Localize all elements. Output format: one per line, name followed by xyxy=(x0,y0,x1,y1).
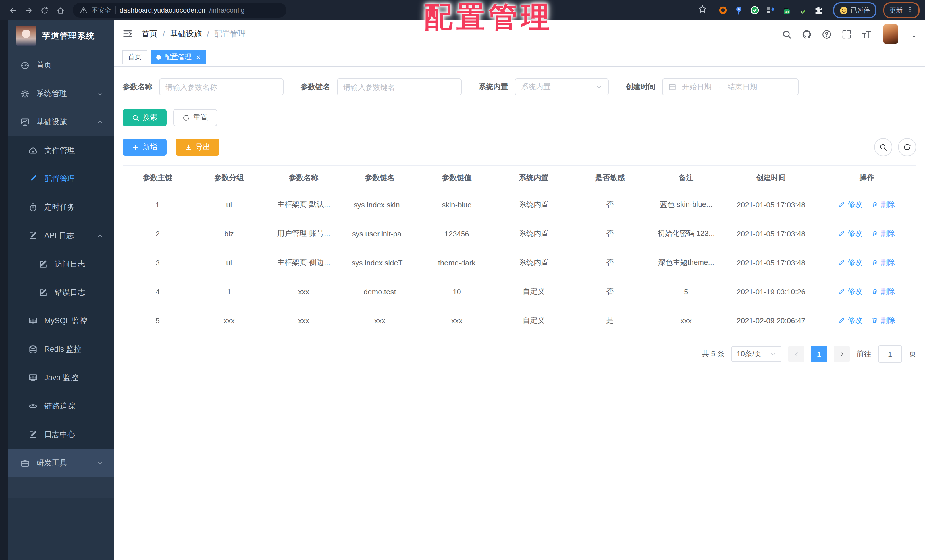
tab-item[interactable]: 首页 xyxy=(122,50,147,64)
font-size-icon[interactable] xyxy=(861,29,871,39)
table-cell: ui xyxy=(193,190,266,219)
table-actions-cell: 修改删除 xyxy=(818,306,916,335)
back-icon[interactable] xyxy=(6,3,19,17)
fullscreen-icon[interactable] xyxy=(841,29,851,39)
column-header: 参数键名 xyxy=(342,166,418,190)
edit-link[interactable]: 修改 xyxy=(839,199,862,210)
sidebar-item-label: MySQL 监控 xyxy=(44,316,87,326)
system-builtin-select[interactable]: 系统内置 xyxy=(515,78,609,95)
reset-button[interactable]: 重置 xyxy=(173,109,217,126)
edit-link[interactable]: 修改 xyxy=(839,286,862,297)
goto-page-input[interactable]: 1 xyxy=(878,345,902,363)
extension-sprout-icon[interactable] xyxy=(797,5,807,15)
reload-icon[interactable] xyxy=(38,3,51,17)
refresh-table-button[interactable] xyxy=(898,138,916,156)
edit-link[interactable]: 修改 xyxy=(839,229,862,239)
delete-link[interactable]: 删除 xyxy=(872,229,895,239)
log-icon xyxy=(29,231,38,240)
trash-icon xyxy=(872,230,878,237)
table-cell: 否 xyxy=(572,277,648,306)
sidebar-item-redis[interactable]: Redis 监控 xyxy=(8,335,114,364)
start-date-placeholder: 开始日期 xyxy=(682,82,712,92)
sidebar-item-trace[interactable]: 链路追踪 xyxy=(8,392,114,420)
table-row: 41xxxdemo.test10自定义否52021-01-19 03:10:26… xyxy=(123,277,916,306)
breadcrumb: 首页/基础设施/配置管理 xyxy=(142,29,246,39)
breadcrumb-item[interactable]: 基础设施 xyxy=(170,29,202,39)
sidebar: 芋道管理系统 首页系统管理基础设施文件管理配置管理定时任务API 日志访问日志错… xyxy=(0,21,114,560)
user-avatar[interactable] xyxy=(883,24,898,44)
sidebar-item-job[interactable]: 定时任务 xyxy=(8,193,114,221)
edit-link[interactable]: 修改 xyxy=(839,257,862,268)
help-icon[interactable] xyxy=(821,29,832,39)
breadcrumb-item[interactable]: 首页 xyxy=(142,29,157,39)
delete-link[interactable]: 删除 xyxy=(872,315,895,325)
address-bar[interactable]: 不安全 dashboard.yudao.iocoder.cn/infra/con… xyxy=(73,3,286,18)
param-key-input[interactable] xyxy=(337,78,461,95)
security-warning-icon[interactable] xyxy=(80,6,87,14)
close-icon[interactable]: × xyxy=(196,53,200,61)
table-cell: 用户管理-账号... xyxy=(266,219,342,248)
caret-down-icon[interactable] xyxy=(911,33,917,39)
edit-pencil-icon xyxy=(839,201,845,208)
extension-pin-icon[interactable] xyxy=(734,5,744,15)
app-logo[interactable]: 芋道管理系统 xyxy=(8,21,114,51)
profile-paused-badge[interactable]: 已暂停 xyxy=(833,2,877,18)
hamburger-fold-icon[interactable] xyxy=(122,29,134,40)
sidebar-item-infra[interactable]: 基础设施 xyxy=(8,108,114,136)
search-icon[interactable] xyxy=(782,29,792,39)
edit-link[interactable]: 修改 xyxy=(839,315,862,325)
extension-blocks-icon[interactable] xyxy=(765,5,776,15)
table-cell: 1 xyxy=(123,190,193,219)
extension-puzzle-icon[interactable] xyxy=(813,5,823,15)
search-button[interactable]: 搜索 xyxy=(123,109,167,126)
page-number-button[interactable]: 1 xyxy=(811,346,827,362)
extension-on-badge-icon[interactable]: on xyxy=(781,5,791,15)
delete-link[interactable]: 删除 xyxy=(872,257,895,268)
reset-button-label: 重置 xyxy=(193,113,208,123)
extension-check-icon[interactable] xyxy=(749,5,759,15)
sidebar-item-access-log[interactable]: 访问日志 xyxy=(8,250,114,278)
sidebar-item-log-center[interactable]: 日志中心 xyxy=(8,420,114,449)
table-actions-cell: 修改删除 xyxy=(818,277,916,306)
github-icon[interactable] xyxy=(801,29,812,39)
table-cell: 蓝色 skin-blue... xyxy=(648,190,724,219)
date-range-picker[interactable]: 开始日期 - 结束日期 xyxy=(662,78,798,95)
bookmark-star-icon[interactable] xyxy=(698,5,709,16)
sidebar-item-error-log[interactable]: 错误日志 xyxy=(8,278,114,307)
extension-ring-icon[interactable] xyxy=(717,5,728,15)
table-cell: 否 xyxy=(572,219,648,248)
column-header: 参数主键 xyxy=(123,166,193,190)
sidebar-item-home[interactable]: 首页 xyxy=(8,51,114,80)
dashboard-icon xyxy=(21,61,30,70)
sidebar-submenu-infra: 文件管理配置管理定时任务API 日志访问日志错误日志MySQL 监控Redis … xyxy=(8,136,114,449)
home-icon[interactable] xyxy=(53,3,67,17)
chrome-update-button[interactable]: 更新 xyxy=(883,2,920,18)
forward-icon[interactable] xyxy=(22,3,35,17)
sidebar-item-label: 错误日志 xyxy=(54,288,85,298)
sidebar-item-dev-tools[interactable]: 研发工具 xyxy=(8,449,114,477)
export-button-label: 导出 xyxy=(196,142,210,152)
sidebar-item-mysql[interactable]: MySQL 监控 xyxy=(8,307,114,335)
delete-link[interactable]: 删除 xyxy=(872,199,895,210)
page-size-select[interactable]: 10条/页 xyxy=(731,346,782,362)
next-page-button[interactable] xyxy=(834,346,850,362)
toggle-search-button[interactable] xyxy=(874,138,892,156)
chevron-down-icon xyxy=(770,351,776,357)
sidebar-item-api-log[interactable]: API 日志 xyxy=(8,221,114,250)
sidebar-item-file[interactable]: 文件管理 xyxy=(8,136,114,165)
export-button[interactable]: 导出 xyxy=(176,138,219,156)
delete-link[interactable]: 删除 xyxy=(872,286,895,297)
sidebar-item-config[interactable]: 配置管理 xyxy=(8,165,114,193)
filter-actions: 搜索 重置 xyxy=(123,109,916,126)
sidebar-item-system[interactable]: 系统管理 xyxy=(8,80,114,108)
add-button[interactable]: 新增 xyxy=(123,138,167,156)
tab-active[interactable]: 配置管理× xyxy=(151,50,206,64)
prev-page-button[interactable] xyxy=(788,346,804,362)
log-icon xyxy=(39,288,48,297)
browser-toolbar: 不安全 dashboard.yudao.iocoder.cn/infra/con… xyxy=(0,0,925,21)
menu-kebab-icon[interactable] xyxy=(907,6,913,14)
sidebar-item-java[interactable]: Java 监控 xyxy=(8,364,114,392)
sidebar-item-label: 系统管理 xyxy=(36,89,67,99)
system-builtin-label: 系统内置 xyxy=(479,82,508,92)
param-name-input[interactable] xyxy=(159,78,283,95)
